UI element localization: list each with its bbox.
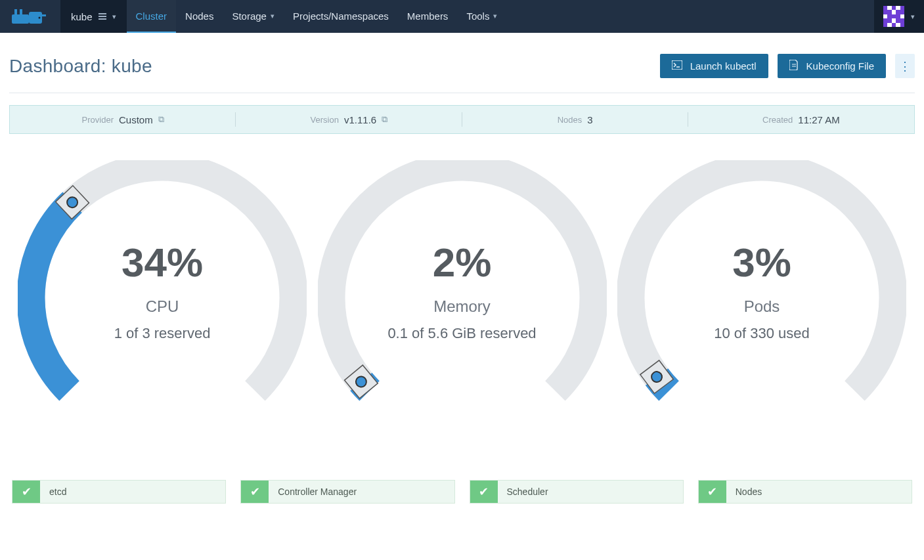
chevron-down-icon: ▾ [271,12,275,20]
check-icon: ✔ [241,481,269,503]
nav-item-label: Cluster [136,11,167,22]
gauge-percent: 34% [121,239,203,286]
svg-rect-2 [14,9,17,14]
nav-items: Cluster Nodes Storage ▾ Projects/Namespa… [127,0,507,33]
page: Dashboard: kube Launch kubectl Kubeconfi… [0,33,924,504]
svg-rect-6 [99,13,106,14]
svg-rect-8 [99,18,106,20]
cluster-meta-bar: Provider Custom ⧉ Version v1.11.6 ⧉ Node… [9,105,915,134]
nav-item-label: Projects/Namespaces [293,11,389,22]
status-label: Controller Manager [269,481,357,503]
meta-value: Custom [119,114,153,125]
cluster-picker[interactable]: kube ▾ [60,0,127,33]
svg-rect-3 [20,9,22,14]
nav-storage[interactable]: Storage ▾ [223,0,284,33]
kebab-icon: ⋮ [899,59,911,74]
button-label: Kubeconfig File [806,60,874,72]
gauge-subtitle: 1 of 3 reserved [114,325,211,342]
copy-icon[interactable]: ⧉ [382,114,387,125]
nav-tools[interactable]: Tools ▾ [457,0,506,33]
status-controller-manager: ✔ Controller Manager [240,480,454,504]
status-nodes: ✔ Nodes [698,480,912,504]
component-statuses: ✔ etcd ✔ Controller Manager ✔ Scheduler … [9,480,915,504]
status-label: Scheduler [498,481,548,503]
status-label: Nodes [726,481,762,503]
chevron-down-icon: ▾ [112,12,116,21]
gauge-memory: 2% Memory 0.1 of 5.6 GiB reserved [315,160,610,342]
top-nav: kube ▾ Cluster Nodes Storage ▾ Projects/… [0,0,924,33]
svg-point-4 [39,17,41,19]
user-menu[interactable]: ▾ [874,0,924,33]
status-scheduler: ✔ Scheduler [470,480,684,504]
gauge-title: Memory [433,297,491,316]
gauge-title: Pods [744,297,780,316]
svg-rect-7 [99,16,106,17]
file-icon [789,60,799,72]
kubeconfig-file-button[interactable]: Kubeconfig File [778,54,886,78]
meta-provider: Provider Custom ⧉ [10,106,236,133]
page-title: Dashboard: kube [9,56,152,77]
meta-nodes: Nodes 3 [462,106,688,133]
page-header-actions: Launch kubectl Kubeconfig File ⋮ [660,54,915,78]
more-actions-button[interactable]: ⋮ [895,54,915,78]
meta-value: 11:27 AM [798,114,839,125]
nav-members[interactable]: Members [398,0,458,33]
copy-icon[interactable]: ⧉ [158,114,164,125]
gauges: 34% CPU 1 of 3 reserved 2% Memory 0.1 of… [9,134,915,342]
meta-value: 3 [587,114,592,125]
check-icon: ✔ [12,481,40,503]
avatar [883,6,904,27]
meta-value: v1.11.6 [344,114,376,125]
meta-label: Provider [82,115,114,125]
button-label: Launch kubectl [690,60,757,72]
meta-created: Created 11:27 AM [688,106,914,133]
nav-item-label: Tools [466,11,489,22]
meta-label: Nodes [558,115,583,125]
nav-cluster[interactable]: Cluster [127,0,177,33]
status-etcd: ✔ etcd [12,480,226,504]
meta-version: Version v1.11.6 ⧉ [236,106,462,133]
gauge-subtitle: 10 of 330 used [714,325,810,342]
cluster-picker-label: kube [71,11,93,22]
nav-item-label: Members [407,11,449,22]
launch-kubectl-button[interactable]: Launch kubectl [660,54,768,78]
gauge-cpu: 34% CPU 1 of 3 reserved [14,160,310,342]
meta-label: Created [762,115,793,125]
gauge-subtitle: 0.1 of 5.6 GiB reserved [387,325,536,342]
gauge-percent: 2% [433,239,492,286]
terminal-icon [672,60,682,72]
status-label: etcd [40,481,66,503]
gauge-title: CPU [146,297,179,316]
svg-rect-5 [42,14,46,16]
page-header: Dashboard: kube Launch kubectl Kubeconfi… [9,42,915,93]
meta-label: Version [311,115,339,125]
nav-item-label: Storage [232,11,267,22]
nav-projects-namespaces[interactable]: Projects/Namespaces [284,0,398,33]
nav-item-label: Nodes [185,11,213,22]
rancher-logo[interactable] [0,0,60,33]
check-icon: ✔ [470,481,498,503]
cluster-picker-icon [98,12,107,21]
check-icon: ✔ [699,481,726,503]
chevron-down-icon: ▾ [493,12,497,20]
svg-rect-9 [672,60,682,70]
chevron-down-icon: ▾ [911,12,915,21]
gauge-pods: 3% Pods 10 of 330 used [614,160,910,342]
gauge-percent: 3% [732,239,791,286]
nav-nodes[interactable]: Nodes [176,0,223,33]
svg-rect-0 [12,14,29,24]
